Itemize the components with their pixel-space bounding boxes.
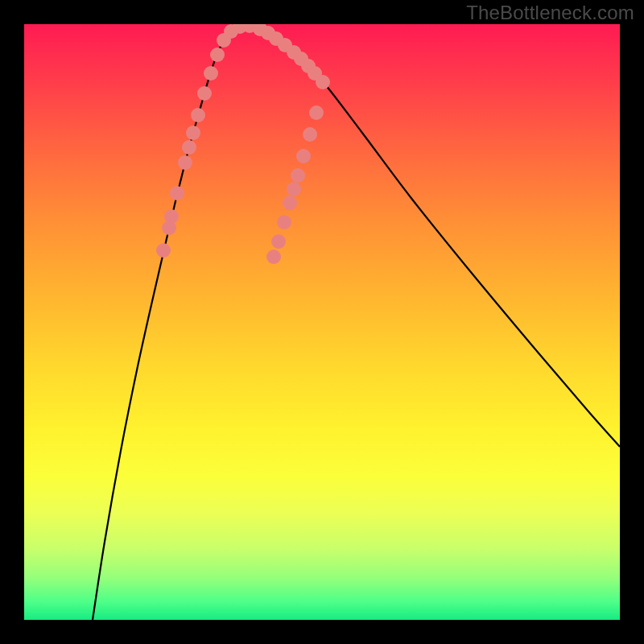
data-dot: [287, 182, 301, 196]
data-dots: [156, 24, 330, 264]
data-dot: [164, 209, 179, 224]
data-dot: [182, 140, 196, 155]
data-dot: [296, 149, 311, 163]
data-dot: [156, 243, 171, 258]
data-dot: [204, 66, 218, 80]
data-dot: [277, 215, 291, 229]
plot-area: [24, 24, 620, 620]
data-dot: [283, 196, 297, 210]
bottleneck-curve: [93, 26, 620, 620]
data-dot: [309, 105, 324, 120]
data-dot: [316, 75, 330, 89]
watermark-text: TheBottleneck.com: [466, 2, 634, 24]
data-dot: [210, 47, 225, 62]
data-dot: [266, 250, 281, 264]
data-dot: [186, 126, 200, 140]
data-dot: [170, 186, 184, 200]
curve-svg: [24, 24, 620, 620]
data-dot: [191, 108, 205, 122]
data-dot: [271, 234, 286, 249]
chart-frame: TheBottleneck.com: [0, 0, 644, 644]
data-dot: [291, 168, 305, 183]
data-dot: [197, 86, 212, 101]
data-dot: [178, 155, 192, 170]
data-dot: [303, 127, 317, 142]
